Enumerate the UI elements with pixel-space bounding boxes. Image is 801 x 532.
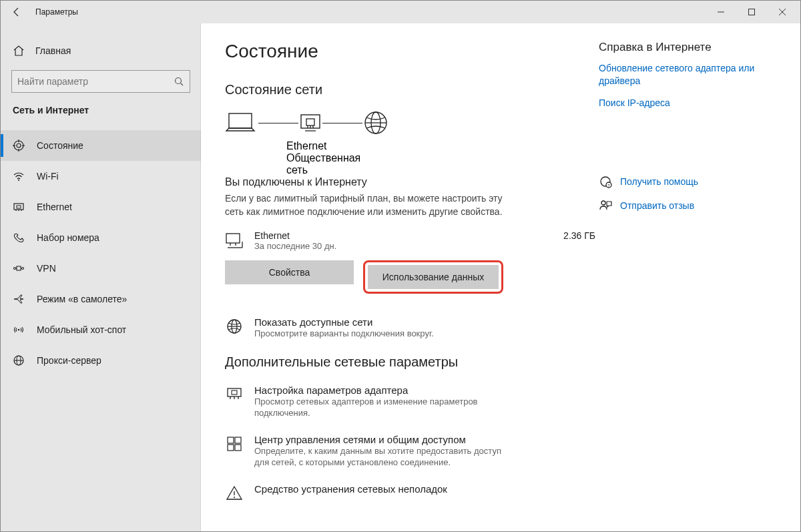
aside-link-driver[interactable]: Обновление сетевого адаптера или драйвер… [599,62,784,87]
sidebar-item-label: Ethernet [37,202,72,212]
warning-icon [225,485,244,503]
connection-name: Ethernet [254,230,553,241]
svg-point-5 [17,144,21,148]
category-title: Сеть и Интернет [1,105,201,125]
connection-row: Ethernet За последние 30 дн. 2.36 ГБ [225,230,599,251]
svg-point-16 [14,268,16,270]
troubleshoot-link[interactable]: Средство устранения сетевых неполадок [225,483,599,503]
home-label: Главная [35,45,71,56]
connection-period: За последние 30 дн. [254,241,553,251]
dialup-icon [13,232,25,244]
svg-rect-35 [226,234,240,243]
sharing-center-link[interactable]: Центр управления сетями и общим доступом… [225,434,599,469]
ethernet-node-icon [298,111,322,135]
svg-point-10 [18,180,19,181]
sidebar-item-label: Набор номера [37,232,99,243]
svg-rect-50 [228,445,234,451]
network-diagram [222,109,599,136]
svg-rect-51 [235,445,241,451]
section-advanced: Дополнительные сетевые параметры [225,354,599,370]
sharing-title: Центр управления сетями и общим доступом [254,434,508,445]
globe-small-icon [225,318,244,336]
svg-rect-27 [306,119,314,125]
data-usage-button[interactable]: Использование данных [368,265,499,289]
adapter-desc: Просмотр сетевых адаптеров и изменение п… [254,396,508,419]
sidebar-item-ethernet[interactable]: Ethernet [1,192,201,222]
svg-rect-18 [17,266,21,270]
sidebar-item-dialup[interactable]: Набор номера [1,222,201,253]
sidebar: Главная Сеть и Интернет Состояние Wi-Fi … [1,23,201,531]
search-input[interactable] [17,76,174,87]
svg-point-21 [18,329,20,331]
svg-point-2 [176,78,182,84]
sidebar-item-proxy[interactable]: Прокси-сервер [1,345,201,376]
aside-help-title: Справка в Интернете [599,41,784,54]
search-icon [174,76,184,87]
sharing-icon [225,435,244,454]
svg-rect-25 [229,113,252,128]
maximize-button[interactable] [736,1,767,23]
help-icon: ? [599,175,612,188]
aside-link-ip[interactable]: Поиск IP-адреса [599,97,784,109]
show-networks-link[interactable]: Показать доступные сети Просмотрите вари… [225,316,599,340]
feedback-link[interactable]: Отправить отзыв [599,199,784,212]
sidebar-item-hotspot[interactable]: Мобильный хот-спот [1,314,201,345]
sidebar-item-label: Режим «в самолете» [37,294,127,304]
adapter-icon [225,386,244,405]
search-box[interactable] [11,70,190,93]
properties-button[interactable]: Свойства [225,260,354,284]
sidebar-item-label: Прокси-сервер [37,355,101,366]
titlebar: Параметры [1,1,800,23]
diagram-caption: Ethernet Общественная сеть [286,140,366,176]
svg-point-53 [234,497,235,498]
svg-point-57 [601,201,605,205]
svg-rect-48 [228,437,234,443]
proxy-icon [13,354,25,366]
section-network-status: Состояние сети [225,82,599,97]
connected-title: Вы подключены к Интернету [225,176,599,188]
sidebar-item-label: Состояние [37,140,83,151]
sidebar-item-vpn[interactable]: VPN [1,253,201,284]
svg-point-4 [14,141,23,150]
svg-rect-11 [14,204,23,210]
wifi-icon [13,170,25,182]
airplane-icon [13,293,25,305]
globe-icon [362,109,389,136]
sidebar-item-wifi[interactable]: Wi-Fi [1,161,201,192]
svg-rect-47 [232,390,237,394]
svg-rect-1 [749,9,755,15]
home-link[interactable]: Главная [1,37,201,65]
sharing-desc: Определите, к каким данным вы хотите пре… [254,445,508,469]
back-button[interactable] [3,1,30,23]
adapter-settings-link[interactable]: Настройка параметров адаптера Просмотр с… [225,384,599,419]
adapter-title: Настройка параметров адаптера [254,384,508,396]
sidebar-item-label: Wi-Fi [37,171,59,182]
sidebar-item-label: VPN [37,263,56,274]
get-help-link[interactable]: ? Получить помощь [599,175,784,188]
connection-usage: 2.36 ГБ [563,230,595,241]
troubleshoot-title: Средство устранения сетевых неполадок [254,483,447,495]
svg-rect-49 [235,437,241,443]
laptop-icon [222,109,258,136]
sidebar-item-airplane[interactable]: Режим «в самолете» [1,284,201,314]
connected-desc: Если у вас лимитный тарифный план, вы мо… [225,192,505,218]
highlight-annotation: Использование данных [363,260,503,294]
sidebar-item-status[interactable]: Состояние [1,130,201,161]
status-icon [13,140,25,152]
feedback-icon [599,199,612,212]
svg-line-3 [181,83,184,86]
home-icon [13,45,25,57]
vpn-icon [13,262,25,274]
page-title: Состояние [225,41,599,62]
show-networks-title: Показать доступные сети [254,316,434,328]
sidebar-divider [200,23,201,531]
ethernet-icon [13,201,25,213]
sidebar-item-label: Мобильный хот-спот [37,324,126,335]
svg-rect-43 [228,388,241,396]
show-networks-desc: Просмотрите варианты подключения вокруг. [254,328,434,340]
window-title: Параметры [35,7,78,17]
svg-rect-15 [17,206,21,208]
minimize-button[interactable] [706,1,736,23]
close-button[interactable] [767,1,798,23]
ethernet-card-icon [225,232,244,250]
